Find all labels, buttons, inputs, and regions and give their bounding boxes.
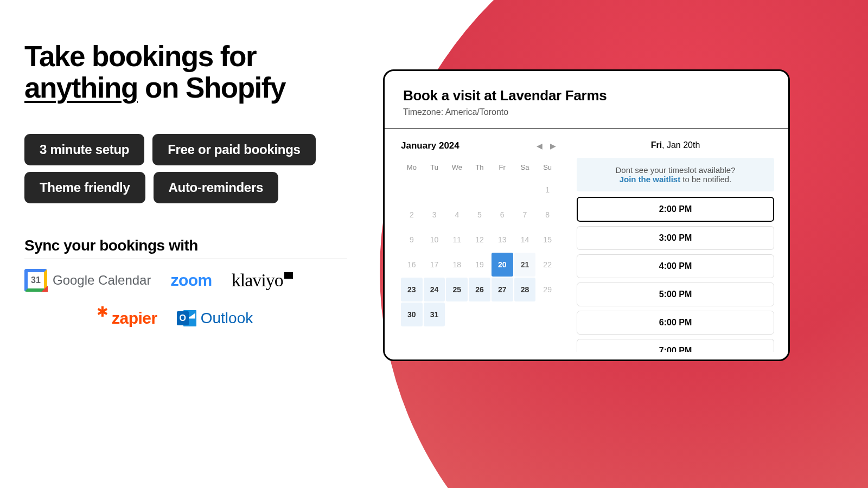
timeslot-option[interactable]: 5:00 PM [577,282,774,306]
zapier-asterisk-icon [98,307,110,319]
timeslot-option[interactable]: 6:00 PM [577,311,774,335]
outlook-icon: O [177,309,196,328]
timeslot-option[interactable]: 4:00 PM [577,254,774,278]
calendar-day: 15 [537,228,558,252]
headline-underlined: anything [24,72,138,104]
sync-section: Sync your bookings with 31 Google Calend… [24,237,361,330]
calendar-day: 16 [401,253,423,277]
waitlist-line1: Dont see your timeslot available? [588,165,763,175]
waitlist-banner: Dont see your timeslot available? Join t… [577,158,774,191]
calendar-day: 12 [469,228,490,252]
google-calendar-icon: 31 [24,269,47,292]
feature-pill: Auto-reminders [154,172,279,203]
booking-widget-header: Book a visit at Lavendar Farms Timezone:… [385,71,788,129]
calendar-dow: Fr [492,160,513,177]
integration-zoom: zoom [170,271,212,290]
headline-line2-rest: on Shopify [138,72,285,104]
timeslot-option[interactable]: 3:00 PM [577,226,774,250]
klaviyo-flag-icon [284,272,293,279]
zoom-logo: zoom [170,271,212,290]
calendar-dow: We [446,160,468,177]
calendar-day[interactable]: 20 [492,253,513,277]
calendar-dow: Tu [424,160,445,177]
klaviyo-logo: klaviyo [232,270,293,291]
zapier-logo: zapier [112,309,157,328]
waitlist-line2: Join the waitlist to be notified. [588,175,763,184]
calendar-day: 13 [492,228,513,252]
feature-pill-row: 3 minute setupFree or paid bookingsTheme… [24,134,361,203]
integration-zapier: zapier [98,307,157,330]
booking-timezone: Timezone: America/Toronto [403,107,770,117]
join-waitlist-link[interactable]: Join the waitlist [620,175,681,184]
calendar-day[interactable]: 26 [469,278,490,301]
calendar-day: 6 [492,203,513,227]
marketing-left-column: Take bookings for anything on Shopify 3 … [24,41,361,330]
calendar-dow: Su [537,160,558,177]
sync-heading: Sync your bookings with [24,237,347,259]
calendar-column: January 2024 ◀ ▶ MoTuWeThFrSaSu123456789… [401,140,558,352]
calendar-day: 10 [424,228,445,252]
calendar-header: January 2024 ◀ ▶ [401,140,558,151]
integration-google-calendar: 31 Google Calendar [24,269,151,292]
timeslot-column: Fri, Jan 20th Dont see your timeslot ava… [577,140,774,352]
headline-line1: Take bookings for [24,40,256,72]
calendar-day: 2 [401,203,423,227]
calendar-dow: Th [469,160,490,177]
calendar-day: 3 [424,203,445,227]
calendar-day: 18 [446,253,468,277]
calendar-day: 14 [514,228,536,252]
calendar-next-icon[interactable]: ▶ [548,140,558,151]
calendar-day: 19 [469,253,490,277]
calendar-day[interactable]: 21 [514,253,536,277]
feature-pill: Theme friendly [24,172,145,203]
calendar-day[interactable]: 27 [492,278,513,301]
headline: Take bookings for anything on Shopify [24,41,361,104]
calendar-month-label: January 2024 [401,140,459,151]
outlook-label: Outlook [201,310,253,327]
booking-title: Book a visit at Lavendar Farms [403,87,770,104]
calendar-day[interactable]: 31 [424,303,445,326]
timeslot-option[interactable]: 2:00 PM [577,197,774,222]
calendar-nav: ◀ ▶ [534,140,558,151]
timeslot-list: 2:00 PM3:00 PM4:00 PM5:00 PM6:00 PM7:00 … [577,197,774,352]
calendar-day[interactable]: 23 [401,278,423,301]
feature-pill: 3 minute setup [24,134,144,165]
integration-outlook: O Outlook [177,309,253,328]
calendar-day[interactable]: 28 [514,278,536,301]
booking-widget: Book a visit at Lavendar Farms Timezone:… [383,69,790,361]
calendar-day: 29 [537,278,558,301]
calendar-prev-icon[interactable]: ◀ [534,140,545,151]
calendar-day[interactable]: 25 [446,278,468,301]
booking-body: January 2024 ◀ ▶ MoTuWeThFrSaSu123456789… [385,129,788,352]
calendar-dow: Sa [514,160,536,177]
calendar-day: 11 [446,228,468,252]
calendar-day: 17 [424,253,445,277]
calendar-day: 22 [537,253,558,277]
calendar-day: 5 [469,203,490,227]
calendar-day: 7 [514,203,536,227]
feature-pill: Free or paid bookings [152,134,315,165]
calendar-day[interactable]: 30 [401,303,423,326]
calendar-day: 8 [537,203,558,227]
calendar-day[interactable]: 24 [424,278,445,301]
selected-date-label: Fri, Jan 20th [577,140,774,150]
calendar-grid: MoTuWeThFrSaSu12345678910111213141516171… [401,160,558,326]
integration-logos: 31 Google Calendar zoom klaviyo zapier O [24,269,339,330]
google-calendar-label: Google Calendar [53,273,151,288]
calendar-day: 4 [446,203,468,227]
calendar-dow: Mo [401,160,423,177]
timeslot-option[interactable]: 7:00 PM [577,339,774,352]
calendar-day: 9 [401,228,423,252]
integration-klaviyo: klaviyo [232,270,293,291]
calendar-day: 1 [537,178,558,202]
